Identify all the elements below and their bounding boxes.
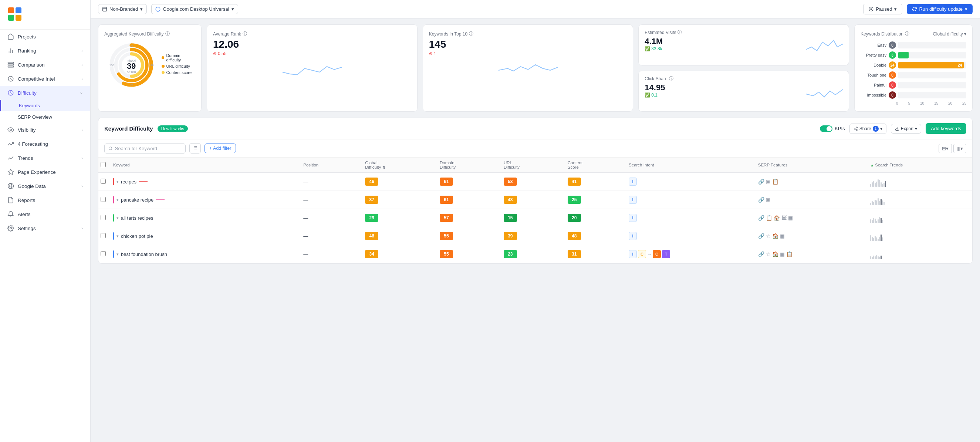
- search-icon: [108, 146, 113, 151]
- position-chicken: —: [299, 227, 361, 245]
- url-diff-pancake: 43: [499, 191, 563, 209]
- segment-selector[interactable]: Non-Branded ▾: [98, 4, 147, 14]
- row-checkbox-recipes[interactable]: [100, 179, 106, 184]
- serp-icon-p1: 🔗: [758, 197, 764, 203]
- nav-item-difficulty[interactable]: Difficulty ∨: [0, 86, 90, 100]
- svg-rect-1: [16, 7, 21, 13]
- svg-point-35: [856, 127, 857, 128]
- nav-item-trends[interactable]: Trends ›: [0, 151, 90, 165]
- kw-top10-info[interactable]: ⓘ: [469, 31, 473, 37]
- add-keywords-button[interactable]: Add keywords: [926, 123, 966, 134]
- nav-sub-item-serp-overview[interactable]: SERP Overview: [0, 111, 90, 123]
- add-filter-button[interactable]: + Add filter: [205, 143, 236, 153]
- serp-icon-ch2: ☆: [766, 233, 771, 239]
- click-share-card2: Click Share ⓘ 14.95 ✅0.1: [638, 71, 849, 112]
- nav-item-competitive-intel[interactable]: Competitive Intel ›: [0, 72, 90, 86]
- logo: [0, 0, 90, 30]
- dist-info-icon[interactable]: ⓘ: [905, 31, 909, 37]
- kw-top10-card2: Keywords in Top 10 ⓘ 145 ⊗1: [423, 24, 633, 112]
- export-button[interactable]: Export ▾: [891, 124, 921, 134]
- row-checkbox-chicken[interactable]: [100, 233, 106, 238]
- content-score-chicken: 48: [563, 227, 624, 245]
- density-button[interactable]: |||▾: [953, 144, 966, 153]
- paused-chevron-icon: ▾: [894, 6, 897, 12]
- nav-item-settings[interactable]: Settings ›: [0, 221, 90, 235]
- row-checkbox-tarts[interactable]: [100, 215, 106, 220]
- svg-text:40: 40: [151, 64, 154, 67]
- est-visits-info[interactable]: ⓘ: [678, 29, 682, 35]
- run-difficulty-button[interactable]: Run difficulty update ▾: [907, 4, 973, 14]
- view-options: ⊞▾ |||▾: [939, 144, 966, 153]
- svg-line-38: [855, 129, 856, 129]
- global-diff-tarts: 29: [361, 209, 435, 227]
- serp-features-foundation: 🔗 ☆ 🏠 ▣ 📋: [754, 245, 866, 263]
- svg-marker-13: [8, 169, 14, 175]
- dist-dropdown[interactable]: Global difficulty ▾: [933, 32, 967, 37]
- domain-diff-tarts: 57: [435, 209, 499, 227]
- table-row: ▾ chicken pot pie — 46 55 39 48 I: [99, 227, 972, 245]
- nav-item-reports[interactable]: Reports: [0, 193, 90, 207]
- engine-selector[interactable]: Google.com Desktop Universal ▾: [151, 4, 238, 14]
- serp-icon-f2: ☆: [766, 251, 771, 257]
- nav-item-comparison[interactable]: Comparison ›: [0, 58, 90, 72]
- expand-recipes-icon[interactable]: ▾: [116, 180, 119, 184]
- nav-sub-item-keywords[interactable]: Keywords: [0, 100, 90, 111]
- nav-item-forecasting[interactable]: 4 Forecasting: [0, 137, 90, 151]
- row-checkbox-foundation[interactable]: [100, 251, 106, 256]
- column-options-button[interactable]: ⊞▾: [939, 144, 952, 153]
- expand-pancake-icon[interactable]: ▾: [116, 197, 119, 202]
- select-all-checkbox[interactable]: [100, 162, 106, 167]
- url-diff-foundation: 23: [499, 245, 563, 263]
- serp-icon-ch4: ▣: [780, 233, 785, 239]
- col-keyword: Keyword: [109, 157, 299, 173]
- domain-diff-foundation: 55: [435, 245, 499, 263]
- agg-diff-info-icon2[interactable]: ⓘ: [165, 31, 170, 37]
- col-serp-features: SERP Features: [754, 157, 866, 173]
- expand-tarts-icon[interactable]: ▾: [116, 216, 119, 221]
- avg-rank-info[interactable]: ⓘ: [243, 31, 247, 37]
- serp-icon-t1: 🔗: [758, 215, 764, 221]
- position-foundation: —: [299, 245, 361, 263]
- nav-item-projects[interactable]: Projects: [0, 30, 90, 44]
- kpi-toggle-switch[interactable]: [820, 126, 832, 132]
- search-trends-pancake: [866, 191, 972, 209]
- engine-chevron-icon: ▾: [232, 6, 234, 12]
- svg-line-39: [855, 127, 856, 128]
- svg-text:60: 60: [130, 83, 133, 86]
- expand-chicken-icon[interactable]: ▾: [116, 234, 119, 238]
- search-input-wrap[interactable]: [104, 143, 186, 154]
- content-score-recipes: 41: [563, 173, 624, 191]
- content-score-pancake: 25: [563, 191, 624, 209]
- row-checkbox-pancake[interactable]: [100, 197, 106, 202]
- serp-icon-f3: 🏠: [772, 251, 778, 257]
- search-input[interactable]: [115, 146, 181, 151]
- nav-item-ranking[interactable]: Ranking ›: [0, 44, 90, 58]
- search-intent-recipes: I: [624, 173, 754, 191]
- mid-right-col: Estimated Visits ⓘ 4.1M ✅33.8k Click Sha…: [638, 24, 849, 112]
- share-badge: 1: [873, 126, 879, 132]
- filter-list-icon-button[interactable]: [189, 143, 201, 154]
- nav-item-visibility[interactable]: Visibility ›: [0, 123, 90, 137]
- col-content-score: ContentScore: [563, 157, 624, 173]
- svg-point-18: [156, 7, 160, 11]
- est-visits-card2: Estimated Visits ⓘ 4.1M ✅33.8k: [638, 24, 849, 65]
- share-button[interactable]: Share 1 ▾: [850, 124, 886, 134]
- expand-foundation-icon[interactable]: ▾: [116, 252, 119, 257]
- nav-item-google-data[interactable]: Google Data ›: [0, 179, 90, 193]
- nav-item-alerts[interactable]: Alerts: [0, 207, 90, 221]
- svg-point-36: [854, 128, 855, 129]
- how-it-works-button[interactable]: How it works: [158, 126, 188, 132]
- svg-text:100: 100: [110, 64, 115, 67]
- visibility-chevron-icon: ›: [81, 127, 83, 132]
- svg-text:of 100: of 100: [127, 70, 136, 74]
- domain-diff-pancake: 61: [435, 191, 499, 209]
- main-content: Non-Branded ▾ Google.com Desktop Univers…: [91, 0, 980, 442]
- paused-button[interactable]: Paused ▾: [863, 4, 902, 14]
- table-header-row: Keyword Position GlobalDifficulty ⇅ Doma…: [99, 157, 972, 173]
- segment-chevron-icon: ▾: [140, 6, 143, 12]
- search-intent-pancake: I: [624, 191, 754, 209]
- google-data-chevron-icon: ›: [81, 184, 83, 188]
- svg-point-41: [109, 147, 112, 150]
- click-share-info2[interactable]: ⓘ: [669, 75, 673, 82]
- nav-item-page-experience[interactable]: Page Experience: [0, 165, 90, 179]
